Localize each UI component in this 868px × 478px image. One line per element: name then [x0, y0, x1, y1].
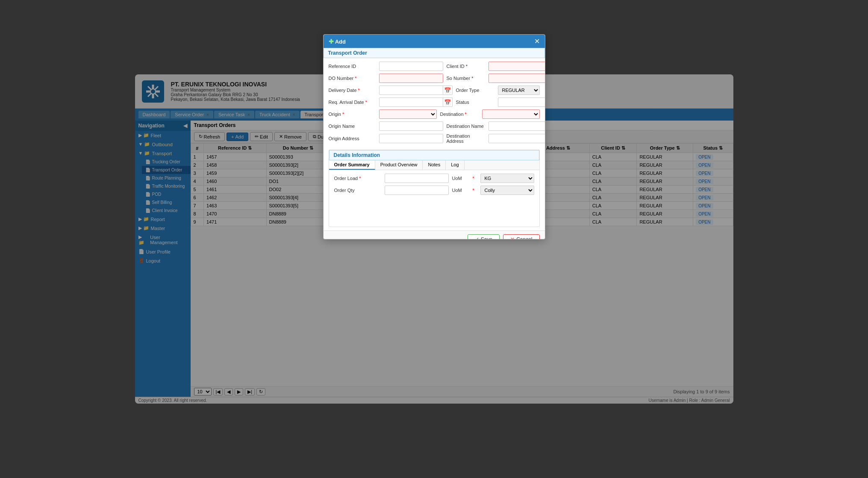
tab-notes[interactable]: Notes — [423, 160, 446, 170]
do-number-input[interactable] — [379, 74, 443, 83]
origin-address-label: Origin Address — [329, 136, 376, 141]
details-section-title: Details Information — [329, 150, 539, 160]
save-button[interactable]: ✔ Save — [468, 234, 500, 239]
form-row-order-load: Order Load 0 UoM * KG — [334, 174, 534, 183]
cancel-button[interactable]: ✕ Cancel — [503, 234, 539, 239]
details-spacer — [334, 198, 534, 223]
do-number-label: DO Number — [329, 76, 376, 81]
order-load-input[interactable]: 0 — [385, 174, 449, 183]
status-input[interactable] — [498, 97, 545, 107]
details-tabs: Order Summary Product Overview Notes Log — [329, 160, 539, 170]
destination-select[interactable] — [482, 109, 540, 119]
order-summary-content: Order Load 0 UoM * KG Order Qty 0 — [329, 170, 539, 227]
delivery-date-input[interactable]: 24/10/2023 — [379, 86, 443, 95]
delivery-date-label: Delivery Date — [329, 88, 376, 93]
details-section: Details Information Order Summary Produc… — [329, 150, 540, 227]
destination-name-label: Destination Name — [447, 124, 485, 129]
form-row-order-qty: Order Qty 0 UoM * Colly — [334, 186, 534, 195]
origin-name-input[interactable] — [379, 121, 443, 131]
cancel-x-icon: ✕ — [510, 236, 515, 239]
order-type-label: Order Type — [456, 88, 494, 93]
modal-body: Reference ID Client ID * ▼ DO Number — [324, 74, 545, 150]
tab-log[interactable]: Log — [446, 160, 464, 170]
destination-label: Destination — [440, 112, 479, 117]
delivery-date-calendar-button[interactable]: 📅 — [443, 86, 453, 95]
origin-label: Origin — [329, 112, 376, 117]
form-row-origin-dest-address: Origin Address Destination Address — [329, 133, 540, 144]
form-row-do-so: DO Number So Number * — [329, 74, 540, 83]
tab-product-overview[interactable]: Product Overview — [375, 160, 423, 170]
origin-name-label: Origin Name — [329, 124, 376, 129]
origin-select[interactable] — [379, 109, 437, 119]
order-load-uom-required: * — [473, 176, 477, 181]
order-load-label: Order Load — [334, 176, 381, 181]
form-row-origin-dest: Origin Destination — [329, 109, 540, 119]
modal-footer: ✔ Save ✕ Cancel — [324, 230, 545, 239]
req-arrival-date-calendar-button[interactable]: 📅 — [443, 97, 453, 107]
tab-order-summary[interactable]: Order Summary — [329, 160, 375, 170]
order-type-select[interactable]: REGULAR — [498, 86, 540, 95]
req-arrival-date-label: Req. Arrival Date — [329, 100, 376, 105]
order-qty-input[interactable]: 0 — [385, 186, 449, 195]
destination-address-label: Destination Address — [447, 133, 485, 144]
order-qty-uom-select[interactable]: Colly — [480, 186, 534, 195]
status-label: Status — [456, 100, 494, 105]
so-number-label: So Number * — [447, 76, 485, 81]
order-qty-uom-label: UoM — [452, 188, 469, 193]
modal-overlay: ✚ Add ✕ Transport Order Reference ID Cli… — [135, 74, 733, 404]
form-row-origin-dest-name: Origin Name Destination Name — [329, 121, 540, 131]
destination-name-input[interactable] — [488, 121, 545, 131]
screen: PT. ERUNIX TEKNOLOGI INOVASI Transport M… — [135, 74, 733, 404]
order-load-uom-label: UoM — [452, 176, 469, 181]
destination-address-input[interactable] — [488, 134, 545, 143]
so-number-input[interactable] — [488, 74, 545, 83]
origin-address-input[interactable] — [379, 134, 443, 143]
delivery-date-input-group: 24/10/2023 📅 — [379, 86, 453, 95]
order-qty-uom-required: * — [473, 188, 477, 193]
order-qty-label: Order Qty — [334, 188, 381, 193]
add-transport-order-modal: ✚ Add ✕ Transport Order Reference ID Cli… — [323, 74, 545, 239]
order-load-uom-select[interactable]: KG — [480, 174, 534, 183]
req-arrival-date-input-group: 24/10/2023 📅 — [379, 97, 453, 107]
form-row-arrival-status: Req. Arrival Date 24/10/2023 📅 Status — [329, 97, 540, 107]
form-row-delivery-ordertype: Delivery Date 24/10/2023 📅 Order Type RE… — [329, 86, 540, 95]
save-checkmark-icon: ✔ — [475, 236, 479, 239]
req-arrival-date-input[interactable]: 24/10/2023 — [379, 97, 443, 107]
